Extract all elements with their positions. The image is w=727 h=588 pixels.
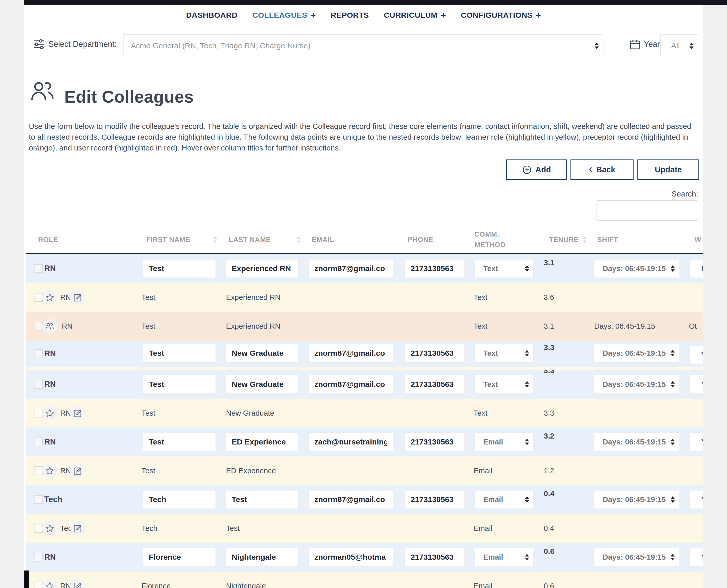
tenure-value: 3.3 [544,343,554,352]
nav-item-reports[interactable]: REPORTS [331,11,369,20]
shift-select[interactable]: Days: 06:45-19:15 [594,344,679,363]
edit-icon[interactable] [70,521,85,536]
comm-method-select[interactable]: Text [474,259,534,278]
shift-select[interactable]: Days: 06:45-19:15 [594,375,679,394]
row-checkbox[interactable] [34,409,43,418]
email-input[interactable] [308,375,393,394]
weekend-select-clipped[interactable]: Y [689,433,703,451]
edit-icon[interactable] [70,463,85,478]
row-checkbox[interactable] [34,553,43,562]
last-name-input[interactable] [225,259,299,278]
first-name-text: Test [142,322,155,331]
role-label: RN [60,582,71,588]
star-icon[interactable] [42,290,57,305]
star-icon[interactable] [42,406,57,421]
email-input[interactable] [308,344,393,363]
weekend-select-clipped[interactable]: Y [689,375,703,394]
weekend-select-clipped[interactable]: Y [689,345,703,364]
sort-icon[interactable] [214,237,217,243]
department-select[interactable]: Acme General (RN, Tech, Triage RN, Charg… [123,34,603,57]
nav-item-curriculum[interactable]: CURRICULUM+ [384,11,446,20]
year-select-value: All [671,41,680,50]
first-name-input[interactable] [143,344,216,363]
first-name-input[interactable] [143,259,216,278]
tenure-value: 0.4 [544,489,554,498]
search-label: Search: [621,190,698,198]
row-checkbox[interactable] [34,380,43,388]
row-checkbox[interactable] [34,582,43,588]
weekend-text: Ot [689,322,697,331]
chevron-left-icon: ‹ [589,162,593,176]
sort-icon[interactable] [297,237,300,243]
shift-select[interactable]: Days: 06:45-19:15 [594,259,679,278]
sort-icon[interactable] [583,237,586,243]
email-input[interactable] [308,548,393,567]
weekend-select-clipped[interactable]: N [689,259,703,278]
back-button[interactable]: ‹ Back [570,160,633,180]
edit-icon[interactable] [70,579,85,588]
role-label: RN [44,349,56,358]
column-header-tenure: TENURE [549,236,579,244]
nav-item-colleagues[interactable]: COLLEAGUES+ [252,11,316,20]
phone-input[interactable] [404,548,465,567]
update-button[interactable]: Update [638,160,699,180]
add-button[interactable]: Add [506,160,567,180]
star-icon[interactable] [42,579,57,588]
last-name-input[interactable] [225,548,299,567]
table-row-colleague: RNEmail3.2Days: 06:45-19:15Y [26,427,703,456]
comm-method-select[interactable]: Text [474,344,534,363]
email-input[interactable] [308,433,393,451]
row-checkbox[interactable] [34,466,43,475]
phone-input[interactable] [404,344,465,363]
year-select[interactable]: All [660,34,698,57]
chevron-updown-icon [525,350,529,357]
table-body: RNText3.1Days: 06:45-19:15NRNTestExperie… [26,254,703,588]
last-name-input[interactable] [225,433,299,451]
last-name-input[interactable] [225,344,299,363]
tenure-value: 3.3 [544,370,554,375]
top-bar [24,0,727,5]
first-name-input[interactable] [143,548,216,567]
nav-item-dashboard[interactable]: DASHBOARD [186,11,238,20]
weekend-select-clipped[interactable]: Y [689,548,703,567]
nav-item-label: REPORTS [331,11,369,20]
chevron-updown-icon [525,439,529,445]
star-icon[interactable] [42,463,57,478]
row-checkbox[interactable] [34,293,43,302]
phone-input[interactable] [404,259,465,278]
phone-input[interactable] [404,490,465,509]
email-input[interactable] [308,259,393,278]
comm-method-text: Email [474,467,492,475]
row-checkbox[interactable] [34,349,43,358]
first-name-input[interactable] [143,490,216,509]
comm-method-select[interactable]: Email [474,548,534,567]
comm-method-text: Text [474,409,487,418]
nav-item-configurations[interactable]: CONFIGURATIONS+ [461,11,541,20]
shift-select[interactable]: Days: 06:45-19:15 [594,490,679,509]
weekend-select-clipped[interactable]: Y [689,490,703,509]
edit-icon[interactable] [70,290,85,305]
first-name-input[interactable] [143,375,216,394]
people-icon[interactable] [42,319,57,334]
row-checkbox[interactable] [34,495,43,504]
email-input[interactable] [308,490,393,509]
phone-input[interactable] [404,375,465,394]
row-checkbox[interactable] [34,322,43,331]
shift-select[interactable]: Days: 06:45-19:15 [594,548,679,567]
row-checkbox[interactable] [34,264,43,273]
comm-method-select[interactable]: Email [474,433,534,451]
search-input[interactable] [596,200,698,221]
comm-method-select[interactable]: Email [474,490,534,509]
weekend-value: Y [701,496,703,504]
comm-method-select[interactable]: Text [474,375,534,394]
chevron-updown-icon [525,381,529,387]
row-checkbox[interactable] [34,524,43,533]
phone-input[interactable] [404,433,465,451]
edit-icon[interactable] [70,406,85,421]
shift-select[interactable]: Days: 06:45-19:15 [594,433,679,451]
last-name-input[interactable] [225,375,299,394]
row-checkbox[interactable] [34,438,43,446]
star-icon[interactable] [42,521,57,536]
last-name-input[interactable] [225,490,299,509]
first-name-input[interactable] [143,433,216,451]
